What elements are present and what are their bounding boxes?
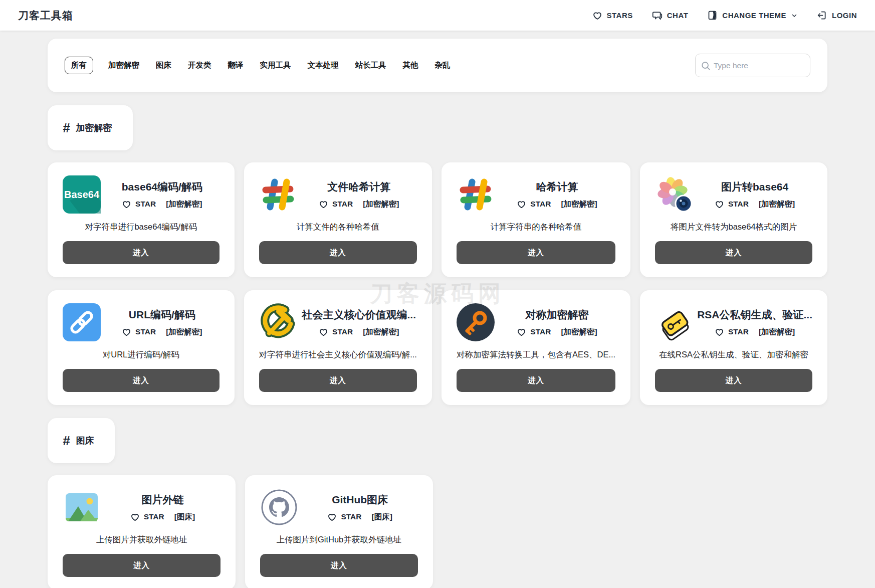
tool-card: 哈希计算 STAR [加密解密] 计算字符串的各种哈希值 进入 [442,162,630,277]
tool-description: 对字符串进行base64编码/解码 [63,222,220,233]
enter-button[interactable]: 进入 [63,554,221,577]
tool-card: 社会主义核心价值观编... STAR [加密解密] 对字符串进行社会主义核心价值… [244,290,432,405]
section-block: # 加密解密 Base64 base64编码/解码 STAR [加密解密] [48,92,827,405]
brand-title[interactable]: 刀客工具箱 [18,9,73,23]
heart-icon [123,202,130,208]
sections-root: # 加密解密 Base64 base64编码/解码 STAR [加密解密] [48,92,827,588]
enter-button[interactable]: 进入 [655,241,812,264]
tool-description: 对URL进行编码/解码 [63,349,220,360]
tool-description: 将图片文件转为base64格式的图片 [655,222,812,233]
star-button[interactable]: STAR [130,512,164,522]
category-tag: [加密解密] [561,199,597,210]
section-block: # 图床 图片外链 STAR [图床] 上传图片并获取外链地址 [48,405,827,588]
theme-icon [707,10,718,21]
navbar-menu: STARS CHAT CHANGE THEME LOGIN [592,10,857,21]
base64-icon: Base64 [63,175,101,214]
heart-icon [716,202,723,208]
enter-button[interactable]: 进入 [259,241,417,264]
search-input[interactable] [695,54,810,77]
star-button[interactable]: STAR [327,512,361,522]
tool-description: 对字符串进行社会主义核心价值观编码/解... [259,349,417,360]
enter-button[interactable]: 进入 [259,369,417,392]
category-tag: [加密解密] [561,327,597,337]
star-button[interactable]: STAR [715,327,749,337]
tool-description: 在线RSA公私钥生成、验证、加密和解密 [655,349,812,360]
tool-description: 对称加密算法转换工具，包含有AES、DE... [457,349,615,360]
category-tag: [加密解密] [166,199,202,210]
heart-icon [518,202,525,208]
hammer-sickle-icon [259,303,297,341]
image-icon [63,488,101,526]
tool-title: 对称加密解密 [499,308,615,322]
tool-title: URL编码/解码 [105,308,220,322]
tool-card: RSA公私钥生成、验证... STAR [加密解密] 在线RSA公私钥生成、验证… [640,290,827,405]
star-button[interactable]: STAR [715,200,749,209]
svg-text:Base64: Base64 [64,189,100,200]
tool-title: 文件哈希计算 [301,180,417,194]
category-tag: [加密解密] [363,327,399,337]
star-button[interactable]: STAR [319,200,353,209]
login-icon [817,10,827,21]
login-nav-button[interactable]: LOGIN [817,10,857,21]
filter-tab[interactable]: 实用工具 [259,57,293,74]
heart-icon [518,329,525,335]
star-button[interactable]: STAR [517,327,551,337]
section-header: # 图床 [48,418,115,463]
category-tag: [图床] [174,512,195,522]
section-header: # 加密解密 [48,105,133,150]
filter-tab[interactable]: 加密解密 [107,57,141,74]
enter-button[interactable]: 进入 [63,241,220,264]
key-icon [457,303,495,341]
star-button[interactable]: STAR [517,200,551,209]
filter-tab[interactable]: 文本处理 [306,57,340,74]
tool-title: 图片外链 [105,493,221,507]
filter-tab[interactable]: 翻译 [227,57,245,74]
tool-description: 计算文件的各种哈希值 [259,222,417,233]
hash-icon [457,175,495,214]
chat-nav-button[interactable]: CHAT [652,10,689,21]
enter-button[interactable]: 进入 [655,369,812,392]
enter-button[interactable]: 进入 [457,241,615,264]
tag-key-icon [655,303,693,341]
tool-card: 对称加密解密 STAR [加密解密] 对称加密算法转换工具，包含有AES、DE.… [442,290,630,405]
category-tag: [加密解密] [166,327,202,337]
enter-button[interactable]: 进入 [457,369,615,392]
heart-icon [592,11,602,21]
category-tag: [加密解密] [759,327,795,337]
chevron-down-icon [791,12,798,19]
tool-description: 上传图片并获取外链地址 [63,534,221,545]
tool-card: Base64 base64编码/解码 STAR [加密解密] 对字符串进行bas… [48,162,235,277]
main-content: 所有加密解密图床开发类翻译实用工具文本处理站长工具其他杂乱 # 加密解密 Bas… [0,31,875,588]
top-navbar: 刀客工具箱 STARS CHAT CHANGE THEME LOGIN [0,0,875,31]
filter-tab[interactable]: 其他 [401,57,420,74]
filter-tab[interactable]: 杂乱 [433,57,452,74]
star-button[interactable]: STAR [319,327,353,337]
category-tabs: 所有加密解密图床开发类翻译实用工具文本处理站长工具其他杂乱 [65,57,452,74]
tool-description: 上传图片到GitHub并获取外链地址 [260,534,418,545]
filter-tab[interactable]: 开发类 [186,57,213,74]
github-icon [260,488,298,526]
enter-button[interactable]: 进入 [260,554,418,577]
category-tag: [加密解密] [363,199,399,210]
star-button[interactable]: STAR [122,200,156,209]
hash-icon [259,175,297,214]
enter-button[interactable]: 进入 [63,369,220,392]
tool-card: URL编码/解码 STAR [加密解密] 对URL进行编码/解码 进入 [48,290,235,405]
filter-tab[interactable]: 站长工具 [354,57,388,74]
stars-nav-button[interactable]: STARS [592,11,633,21]
photos-icon [655,175,693,214]
filter-tab[interactable]: 图床 [154,57,173,74]
heart-icon [329,514,335,520]
heart-icon [716,329,723,335]
heart-icon [320,202,327,208]
tool-title: 社会主义核心价值观编... [301,308,417,322]
category-tag: [加密解密] [759,199,795,210]
filter-tab[interactable]: 所有 [65,57,93,74]
heart-icon [320,329,327,335]
card-grid: 图片外链 STAR [图床] 上传图片并获取外链地址 进入 GitHub图床 [48,475,827,588]
tool-title: 图片转base64 [697,180,812,194]
theme-nav-button[interactable]: CHANGE THEME [707,10,798,21]
star-button[interactable]: STAR [122,327,156,337]
filter-panel: 所有加密解密图床开发类翻译实用工具文本处理站长工具其他杂乱 [48,39,827,92]
tool-title: base64编码/解码 [105,180,220,194]
